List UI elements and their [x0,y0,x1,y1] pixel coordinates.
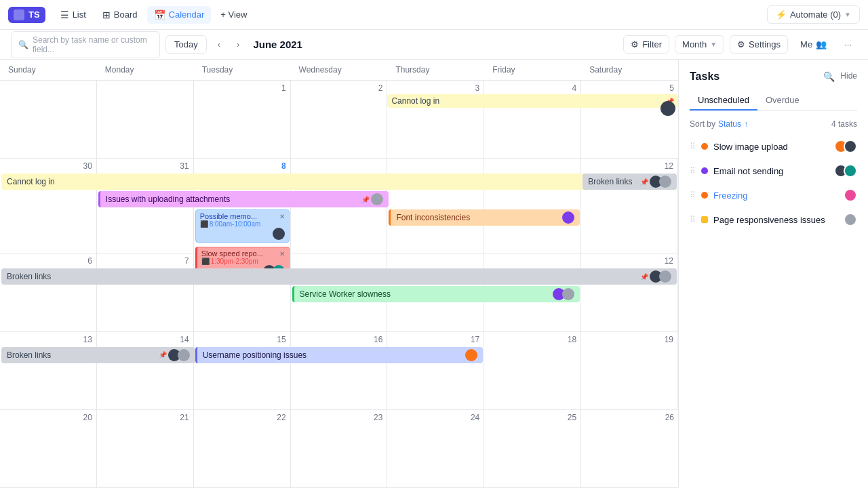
cell-jun6[interactable]: 30 [0,159,97,253]
event-title: Broken links [7,272,51,281]
drag-handle-icon[interactable]: ⠿ [690,190,696,200]
task-item[interactable]: ⠿ Page responsiveness issues [690,210,857,229]
cell-32[interactable]: 25 [484,410,581,487]
event-broken-links-w3[interactable]: Broken links 📌 [1,268,677,285]
cell-may30[interactable] [0,81,97,158]
nav-board[interactable]: ⊞ Board [96,6,144,24]
event-username-positioning[interactable]: Username positioning issues [195,347,484,363]
cell-jun1[interactable]: 1 [194,81,291,158]
filter-button[interactable]: ⚙ Filter [623,35,669,54]
cell-33[interactable]: 26 [581,410,678,487]
cell-jun21[interactable]: 14 [97,332,194,409]
cell-jun24[interactable]: 17 [387,332,484,409]
board-icon: ⊞ [102,9,111,20]
task-name: Page responsiveness issues [713,215,838,225]
drag-handle-icon[interactable]: ⠿ [690,142,696,151]
date-13: 6 [3,256,94,266]
cell-jun13[interactable]: 6 [0,253,97,331]
cell-jun4[interactable]: 4 Cannot log in 📌 [484,81,581,158]
cell-jun25[interactable]: 18 [484,332,581,409]
task-item[interactable]: ⠿ Slow image upload [690,137,857,156]
week-4: 13 14 15 16 17 18 19 [0,332,678,410]
cell-jun15[interactable] [194,253,291,331]
cell-jun12[interactable]: 12 [581,159,678,253]
event-broken-links-w4[interactable]: Broken links 📌 [1,347,195,363]
main-content: Sunday Monday Tuesday Wednesday Thursday… [0,60,868,488]
month-button[interactable]: Month ▼ [675,35,724,54]
nav-calendar-label: Calendar [169,9,205,20]
more-options-button[interactable]: ··· [839,36,857,53]
cell-jun2[interactable]: 2 [291,81,388,158]
cell-jun26[interactable]: 19 [581,332,678,409]
cell-jun11[interactable] [484,159,581,253]
cell-29[interactable]: 22 [194,410,291,487]
calendar-grid: 1 2 3 4 Cannot log in 📌 [0,81,678,488]
tasks-panel: Tasks 🔍 Hide Unscheduled Overdue Sort by… [678,60,868,488]
event-title: Issues with uploading attachments [106,195,230,204]
me-label: Me [800,39,812,49]
automate-icon: ⚡ [776,9,787,20]
tab-overdue[interactable]: Overdue [757,91,808,110]
cell-jun22[interactable]: 15 [194,332,291,409]
event-title: Cannot log in [7,177,55,186]
nav-list[interactable]: ☰ List [54,6,93,24]
add-view-btn[interactable]: + View [214,6,254,23]
event-cannot-log-in-w1[interactable]: Cannot log in 📌 [484,94,581,108]
date-19: 12 [584,256,675,266]
event-memory-leak[interactable]: Possible memo... ✕ ⬛ 8:00am-10:00am [195,209,290,243]
event-avatar-sat [660,101,675,118]
task-item[interactable]: ⠿ Freezing [690,186,857,205]
event-broken-links-w2[interactable]: Broken links 📌 [583,174,677,190]
event-pin-icon: 📌 [361,196,370,203]
cell-jun10[interactable] [387,159,484,253]
date-31: 31 [100,161,191,171]
event-service-worker[interactable]: Service Worker slowness [292,286,580,302]
cell-30[interactable]: 23 [291,410,388,487]
cell-28[interactable]: 21 [97,410,194,487]
panel-title: Tasks [690,70,719,83]
cell-jun3[interactable]: 3 [387,81,484,158]
automate-button[interactable]: ⚡ Automate (0) ▼ [767,5,860,24]
toolbar: 🔍 Search by task name or custom field...… [0,30,868,60]
date-31: 24 [390,413,481,422]
month-chevron-icon: ▼ [710,41,717,48]
settings-button[interactable]: ⚙ Settings [730,35,788,54]
task-item[interactable]: ⠿ Email not sending [690,161,857,180]
me-button[interactable]: Me 👥 [793,36,833,53]
sort-value[interactable]: Status ↑ [718,119,748,129]
toolbar-right: ⚙ Filter Month ▼ ⚙ Settings Me 👥 ··· [623,35,857,54]
date-14: 7 [100,256,191,266]
cell-jun19[interactable]: 12 [581,253,678,331]
app-logo[interactable]: TS [8,7,45,23]
drag-handle-icon[interactable]: ⠿ [690,215,696,224]
next-month-btn[interactable]: › [231,37,245,52]
date-20: 13 [3,335,94,344]
cell-jun14[interactable]: 7 [97,253,194,331]
cell-27[interactable]: 20 [0,410,97,487]
close-icon[interactable]: ✕ [279,213,285,220]
settings-icon: ⚙ [737,39,745,49]
event-font-inconsistencies[interactable]: Font inconsistencies [389,209,580,226]
tab-unscheduled[interactable]: Unscheduled [690,91,757,110]
event-title: Broken links [588,177,632,186]
hide-button[interactable]: Hide [840,71,857,82]
search-box[interactable]: 🔍 Search by task name or custom field... [11,31,160,58]
today-button[interactable]: Today [165,35,207,54]
drag-handle-icon[interactable]: ⠿ [690,166,696,176]
task-name-link[interactable]: Freezing [713,190,838,201]
event-title: Font inconsistencies [396,213,470,222]
panel-search-icon[interactable]: 🔍 [823,71,835,82]
nav-calendar[interactable]: 📅 Calendar [147,6,212,24]
search-placeholder: Search by task name or custom field... [33,35,153,54]
event-cannot-log-in-w2[interactable]: Cannot log in 📌 [1,174,677,190]
cell-may31[interactable] [97,81,194,158]
date-3: 3 [390,83,481,93]
prev-month-btn[interactable]: ‹ [212,37,226,52]
cell-31[interactable]: 24 [387,410,484,487]
pin-icon: 📌 [159,351,167,359]
cell-jun5[interactable]: 5 [581,81,678,158]
cell-jun20[interactable]: 13 [0,332,97,409]
cell-jun23[interactable]: 16 [291,332,388,409]
event-upload-issues[interactable]: Issues with uploading attachments 📌 [98,191,389,207]
date-25: 18 [487,335,578,344]
